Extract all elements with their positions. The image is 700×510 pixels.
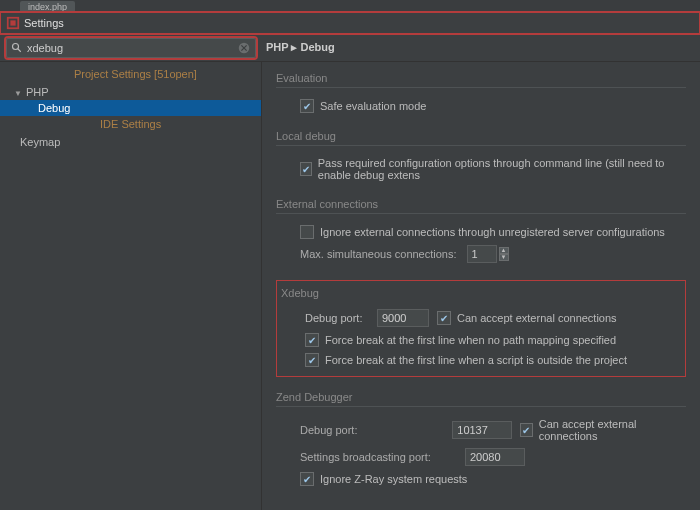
checkbox-pass-config[interactable] [300,162,312,176]
section-title-local: Local debug [276,130,686,146]
tree-item-php[interactable]: PHP [0,84,261,100]
section-evaluation: Evaluation Safe evaluation mode [276,72,686,116]
spinner-max-conn[interactable]: ▲▼ [499,247,509,261]
checkbox-safe-eval[interactable] [300,99,314,113]
label-xdebug-accept: Can accept external connections [457,312,617,324]
checkbox-force-break-outside[interactable] [305,353,319,367]
section-local-debug: Local debug Pass required configuration … [276,130,686,184]
search-row: PHP ▸ Debug [0,34,700,62]
search-field[interactable] [6,38,256,58]
input-zend-port[interactable] [452,421,512,439]
section-title-evaluation: Evaluation [276,72,686,88]
sidebar-header-ide: IDE Settings [0,116,261,134]
section-zend: Zend Debugger Debug port: Can accept ext… [276,391,686,489]
label-zend-port: Debug port: [300,424,452,436]
label-zend-accept: Can accept external connections [539,418,686,442]
checkbox-zray[interactable] [300,472,314,486]
sidebar-header-project: Project Settings [51open] [0,66,261,84]
tree-item-keymap[interactable]: Keymap [0,134,261,150]
input-zend-bcast[interactable] [465,448,525,466]
editor-tabbar: index.php [0,0,700,12]
content-panel: Evaluation Safe evaluation mode Local de… [262,62,700,510]
label-max-conn: Max. simultaneous connections: [300,248,457,260]
label-safe-eval: Safe evaluation mode [320,100,426,112]
label-force-break-nopath: Force break at the first line when no pa… [325,334,616,346]
clear-icon[interactable] [237,41,251,55]
input-max-conn[interactable] [467,245,497,263]
label-ignore-external: Ignore external connections through unre… [320,226,665,238]
checkbox-xdebug-accept[interactable] [437,311,451,325]
label-zray: Ignore Z-Ray system requests [320,473,467,485]
link-bookmarklets[interactable]: Use debugger bookmarklets to initiate de… [276,503,650,510]
tree-item-debug[interactable]: Debug [0,100,261,116]
label-pass-config: Pass required configuration options thro… [318,157,686,181]
checkbox-zend-accept[interactable] [520,423,533,437]
checkbox-force-break-nopath[interactable] [305,333,319,347]
svg-point-3 [13,43,19,49]
breadcrumb: PHP ▸ Debug [266,41,335,54]
dialog-titlebar: Settings [0,12,700,34]
section-external: External connections Ignore external con… [276,198,686,266]
checkbox-ignore-external[interactable] [300,225,314,239]
settings-icon [6,16,20,30]
section-title-xdebug: Xdebug [281,287,681,302]
sidebar: Project Settings [51open] PHP Debug IDE … [0,62,262,510]
section-title-zend: Zend Debugger [276,391,686,407]
label-force-break-outside: Force break at the first line when a scr… [325,354,627,366]
section-xdebug: Xdebug Debug port: Can accept external c… [276,280,686,377]
search-input[interactable] [27,42,237,54]
editor-tab[interactable]: index.php [20,1,75,13]
input-xdebug-port[interactable] [377,309,429,327]
label-zend-bcast: Settings broadcasting port: [300,451,465,463]
svg-line-4 [18,48,21,51]
label-xdebug-port: Debug port: [305,312,377,324]
section-title-external: External connections [276,198,686,214]
svg-rect-2 [10,20,15,25]
search-icon [11,42,23,54]
dialog-title: Settings [24,17,64,29]
